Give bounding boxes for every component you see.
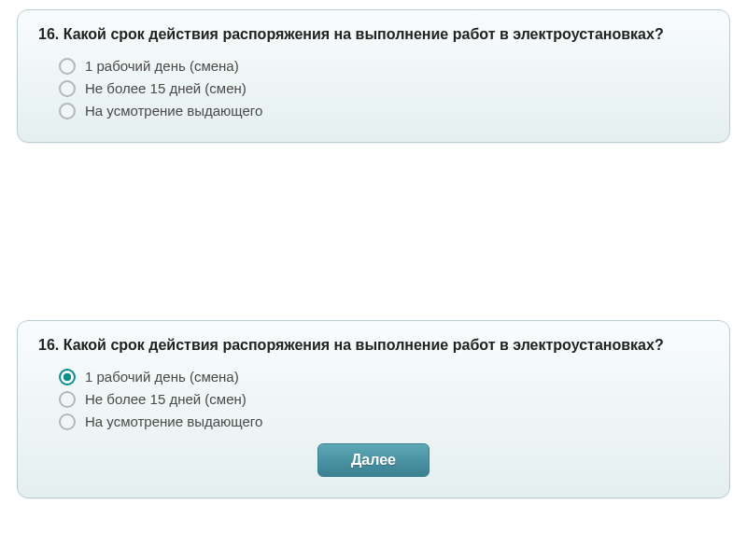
radio-icon bbox=[59, 391, 76, 408]
option-label: 1 рабочий день (смена) bbox=[85, 58, 239, 74]
radio-icon bbox=[59, 413, 76, 430]
next-button[interactable]: Далее bbox=[317, 443, 430, 477]
button-row: Далее bbox=[38, 443, 709, 477]
question-card-2: 16. Какой срок действия распоряжения на … bbox=[17, 320, 730, 498]
question-card-1: 16. Какой срок действия распоряжения на … bbox=[17, 9, 730, 143]
option-label: Не более 15 дней (смен) bbox=[85, 80, 247, 96]
option-row-3[interactable]: На усмотрение выдающего bbox=[59, 413, 709, 430]
radio-icon-selected bbox=[59, 369, 76, 385]
question-text: 16. Какой срок действия распоряжения на … bbox=[38, 336, 709, 356]
radio-icon bbox=[59, 103, 76, 119]
option-row-1[interactable]: 1 рабочий день (смена) bbox=[59, 58, 709, 75]
option-label: Не более 15 дней (смен) bbox=[85, 391, 247, 407]
option-label: На усмотрение выдающего bbox=[85, 103, 262, 119]
option-row-2[interactable]: Не более 15 дней (смен) bbox=[59, 391, 709, 408]
option-label: На усмотрение выдающего bbox=[85, 413, 262, 429]
radio-icon bbox=[59, 80, 76, 97]
option-row-3[interactable]: На усмотрение выдающего bbox=[59, 103, 709, 119]
question-text: 16. Какой срок действия распоряжения на … bbox=[38, 25, 709, 45]
option-label: 1 рабочий день (смена) bbox=[85, 369, 239, 385]
spacer bbox=[0, 152, 747, 311]
radio-icon bbox=[59, 58, 76, 75]
option-row-2[interactable]: Не более 15 дней (смен) bbox=[59, 80, 709, 97]
option-row-1[interactable]: 1 рабочий день (смена) bbox=[59, 369, 709, 385]
